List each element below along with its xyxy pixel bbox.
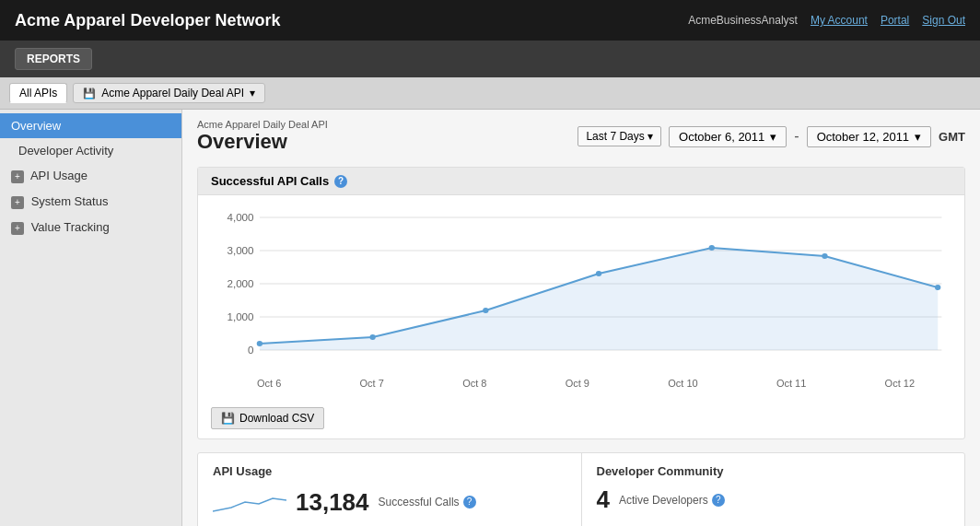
x-axis-labels: Oct 6 Oct 7 Oct 8 Oct 9 Oct 10 Oct 11 Oc… <box>211 378 951 389</box>
api-usage-sparkline <box>213 485 286 519</box>
api-usage-stat-col: API Usage 13,184 Successful Calls ? <box>198 453 582 526</box>
api-usage-stat-title: API Usage <box>213 464 566 478</box>
expand-icon-api-usage: + <box>11 170 24 183</box>
username: AcmeBusinessAnalyst <box>688 14 798 27</box>
sidebar-label-overview: Overview <box>11 119 61 133</box>
download-csv-button[interactable]: 💾 Download CSV <box>211 407 324 429</box>
sidebar-label-value-tracking: Value Tracking <box>31 220 110 234</box>
date-preset-label: Last 7 Days ▾ <box>586 130 653 143</box>
toolbar: REPORTS <box>0 41 980 77</box>
selected-api-tab[interactable]: 💾 Acme Apparel Daily Deal API ▾ <box>73 83 265 103</box>
api-name-label: Acme Apparel Daily Deal API <box>197 119 328 130</box>
svg-point-16 <box>822 253 827 259</box>
chart-title: Successful API Calls <box>211 174 329 188</box>
date-from-label: October 6, 2011 <box>679 130 764 144</box>
sidebar-item-api-usage[interactable]: + API Usage <box>0 163 181 189</box>
api-usage-info-icon[interactable]: ? <box>463 496 476 508</box>
date-to-button[interactable]: October 12, 2011 ▾ <box>807 126 931 147</box>
svg-point-12 <box>369 334 375 340</box>
sidebar-label-developer-activity: Developer Activity <box>18 144 113 158</box>
sidebar-item-value-tracking[interactable]: + Value Tracking <box>0 215 181 240</box>
stats-row: API Usage 13,184 Successful Calls ? <box>197 452 965 526</box>
sidebar-label-system-status: System Status <box>31 194 109 208</box>
x-label-3: Oct 9 <box>566 378 589 389</box>
page-header-row: Acme Apparel Daily Deal API Overview Las… <box>197 119 965 154</box>
site-header: Acme Apparel Developer Network AcmeBusin… <box>0 0 980 41</box>
all-apis-tab[interactable]: All APIs <box>9 83 67 103</box>
download-icon: 💾 <box>221 412 235 425</box>
api-usage-stat-inner: 13,184 Successful Calls ? <box>213 485 566 519</box>
chart-info-icon[interactable]: ? <box>334 175 347 188</box>
date-from-arrow-icon: ▾ <box>770 130 776 144</box>
developer-community-stat-inner: 4 Active Developers ? <box>597 485 951 514</box>
x-label-6: Oct 12 <box>885 378 915 389</box>
content-area: Acme Apparel Daily Deal API Overview Las… <box>182 110 980 526</box>
date-from-button[interactable]: October 6, 2011 ▾ <box>669 126 787 147</box>
developer-community-info-icon[interactable]: ? <box>712 494 725 507</box>
date-to-arrow-icon: ▾ <box>915 130 921 144</box>
developer-community-label: Active Developers ? <box>619 494 725 507</box>
svg-text:0: 0 <box>248 345 253 356</box>
date-separator: - <box>794 128 799 145</box>
portal-link[interactable]: Portal <box>881 14 909 27</box>
x-label-5: Oct 11 <box>776 378 806 389</box>
x-label-4: Oct 10 <box>668 378 697 389</box>
svg-text:2,000: 2,000 <box>227 278 253 289</box>
svg-point-11 <box>257 341 262 346</box>
floppy-icon: 💾 <box>83 88 96 99</box>
timezone-label: GMT <box>939 130 965 144</box>
sidebar-item-developer-activity[interactable]: Developer Activity <box>0 138 181 163</box>
api-tabs-bar: All APIs 💾 Acme Apparel Daily Deal API ▾ <box>0 77 980 110</box>
api-usage-number: 13,184 <box>296 488 369 517</box>
svg-point-14 <box>596 271 601 276</box>
sidebar-label-api-usage: API Usage <box>30 169 88 182</box>
api-usage-label: Successful Calls ? <box>379 496 476 508</box>
svg-text:4,000: 4,000 <box>227 212 253 223</box>
svg-text:3,000: 3,000 <box>227 245 253 256</box>
x-label-0: Oct 6 <box>257 378 281 389</box>
svg-point-13 <box>483 308 488 313</box>
chart-svg: 4,000 3,000 2,000 1,000 0 <box>211 208 951 374</box>
date-preset-dropdown[interactable]: Last 7 Days ▾ <box>578 126 661 146</box>
expand-icon-value-tracking: + <box>11 222 24 235</box>
expand-icon-system-status: + <box>11 196 24 209</box>
x-label-2: Oct 8 <box>462 378 486 389</box>
page-header-left: Acme Apparel Daily Deal API Overview <box>197 119 328 154</box>
svg-point-15 <box>709 245 715 251</box>
svg-point-17 <box>935 285 940 290</box>
chart-section: Successful API Calls ? 4,000 3,000 <box>197 167 965 439</box>
sidebar-item-system-status[interactable]: + System Status <box>0 189 181 215</box>
header-nav: AcmeBusinessAnalyst My Account Portal Si… <box>688 14 965 27</box>
dropdown-arrow-icon: ▾ <box>250 87 255 99</box>
reports-button[interactable]: REPORTS <box>15 48 92 70</box>
chart-canvas: 4,000 3,000 2,000 1,000 0 <box>211 208 951 374</box>
api-tab-label: Acme Apparel Daily Deal API <box>101 87 244 99</box>
chart-body: 4,000 3,000 2,000 1,000 0 <box>198 195 964 402</box>
my-account-link[interactable]: My Account <box>811 14 868 27</box>
developer-community-number: 4 <box>597 485 610 514</box>
svg-text:1,000: 1,000 <box>227 311 253 322</box>
developer-community-stat-col: Developer Community 4 Active Developers … <box>582 453 965 526</box>
main-layout: Overview Developer Activity + API Usage … <box>0 110 980 526</box>
sidebar-item-overview[interactable]: Overview <box>0 113 181 138</box>
svg-marker-10 <box>260 248 938 350</box>
site-title: Acme Apparel Developer Network <box>15 11 280 30</box>
developer-community-stat-title: Developer Community <box>597 464 951 478</box>
sidebar: Overview Developer Activity + API Usage … <box>0 110 182 526</box>
date-controls: Last 7 Days ▾ October 6, 2011 ▾ - Octobe… <box>578 126 965 147</box>
sign-out-link[interactable]: Sign Out <box>922 14 965 27</box>
date-to-label: October 12, 2011 <box>817 130 909 144</box>
chart-header: Successful API Calls ? <box>198 168 964 195</box>
x-label-1: Oct 7 <box>360 378 384 389</box>
download-label: Download CSV <box>239 412 314 425</box>
page-title: Overview <box>197 130 328 154</box>
